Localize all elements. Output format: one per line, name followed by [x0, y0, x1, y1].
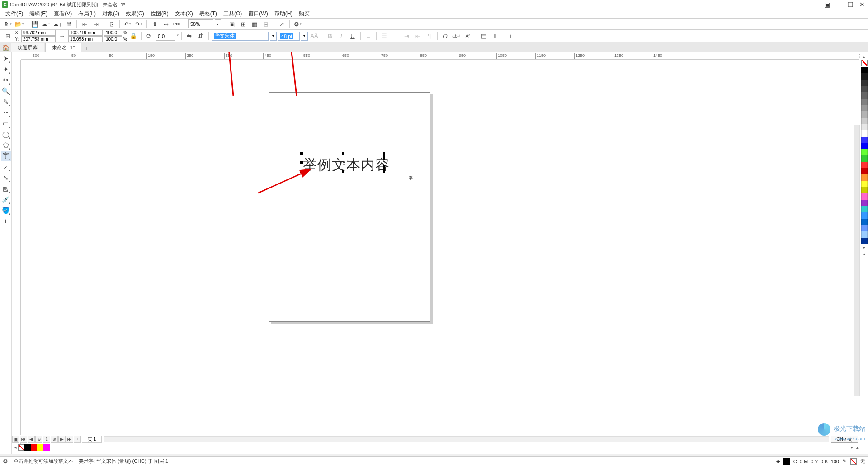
settings-icon[interactable]: ⚙ [3, 458, 8, 465]
shape-tool[interactable]: ✦ [1, 64, 11, 74]
grid-button[interactable]: ▦ [250, 19, 259, 29]
zoom-tool[interactable]: 🔍 [1, 86, 11, 96]
text-direction-button[interactable]: ab↵ [452, 31, 462, 41]
menu-e[interactable]: 编辑(E) [27, 9, 50, 19]
maximize-icon[interactable]: ❐ [846, 1, 854, 8]
menu-t[interactable]: 表格(T) [197, 9, 220, 19]
menu-o[interactable]: 工具(O) [221, 9, 245, 19]
menu-f[interactable]: 文件(F) [3, 9, 26, 19]
menu-x[interactable]: 文本(X) [172, 9, 196, 19]
page-expand-button[interactable]: ▣ [12, 436, 19, 443]
font-size-dropdown[interactable]: ▾ [301, 32, 308, 41]
italic-o-button[interactable]: O [440, 31, 450, 41]
font-size-combo[interactable]: 48 pt [278, 32, 300, 41]
scale-y-input[interactable] [104, 36, 122, 42]
color-swatch[interactable] [861, 155, 868, 162]
doc-color-swatch[interactable] [43, 444, 50, 451]
color-swatch[interactable] [861, 206, 868, 212]
prev-page-button[interactable]: ◀ [28, 436, 35, 443]
zoom-dropdown[interactable]: ▾ [215, 19, 221, 28]
outline-color-chip[interactable] [850, 458, 857, 465]
doc-palette-right-button[interactable]: ▸ [849, 444, 854, 451]
options-button[interactable]: ⚙ [292, 19, 302, 29]
fullscreen-button[interactable]: ▣ [227, 19, 237, 29]
snap-button[interactable]: ⊞ [238, 19, 248, 29]
cloud-up-button[interactable]: ☁↑ [41, 19, 51, 29]
color-swatch[interactable] [861, 99, 868, 105]
doc-color-swatch[interactable] [24, 444, 31, 451]
palette-down-button[interactable]: ▾ [861, 245, 868, 250]
color-swatch[interactable] [861, 67, 868, 73]
dimension-tool[interactable]: ⟋ [1, 162, 11, 172]
text-align-button[interactable]: ≡ [363, 31, 373, 41]
artistic-text-object[interactable]: 举例文本内容 [303, 155, 390, 174]
y-input[interactable] [21, 36, 56, 42]
copy-button[interactable]: ⎘ [107, 19, 117, 29]
variable-font-button[interactable]: AÂ [309, 31, 319, 41]
notify-icon[interactable]: ▣ [823, 1, 831, 8]
color-swatch[interactable] [861, 174, 868, 181]
selection-handle[interactable] [300, 170, 303, 173]
freehand-tool[interactable]: ✎ [1, 97, 11, 107]
fill-tool[interactable]: 🪣 [1, 205, 11, 215]
selection-handle[interactable] [342, 152, 344, 155]
color-swatch[interactable] [861, 143, 868, 149]
fill-color-chip[interactable] [783, 458, 790, 465]
color-swatch[interactable] [861, 130, 868, 137]
color-swatch[interactable] [861, 238, 868, 244]
italic-button[interactable]: I [336, 31, 346, 41]
minimize-icon[interactable]: — [835, 1, 843, 8]
doc-palette-expand-button[interactable]: ▴ [854, 444, 860, 451]
menu-h[interactable]: 帮助(H) [272, 9, 296, 19]
tab-welcome[interactable]: 欢迎屏幕 [11, 43, 44, 52]
text-tool[interactable]: 字 [1, 151, 11, 161]
doc-no-fill-swatch[interactable] [18, 444, 24, 451]
color-swatch[interactable] [861, 193, 868, 200]
export-button[interactable]: ⇥ [91, 19, 101, 29]
height-input[interactable] [68, 36, 103, 42]
horizontal-scrollbar[interactable] [104, 436, 829, 442]
text-case-button[interactable]: Aª [463, 31, 473, 41]
color-swatch[interactable] [861, 92, 868, 99]
selection-handle[interactable] [383, 165, 385, 173]
number-list-button[interactable]: ≣ [391, 31, 401, 41]
underline-button[interactable]: U [348, 31, 358, 41]
selection-handle[interactable] [300, 152, 303, 155]
color-swatch[interactable] [861, 124, 868, 130]
last-page-button[interactable]: ⏭ [66, 436, 73, 443]
artistic-media-tool[interactable]: 〰 [1, 108, 11, 118]
color-swatch[interactable] [861, 86, 868, 92]
doc-palette-left-button[interactable]: ◂ [13, 444, 18, 451]
viewport[interactable]: 举例文本内容 × 字 [21, 60, 859, 445]
rectangle-tool[interactable]: ▭ [1, 118, 11, 128]
eyedropper-tool[interactable]: 💉 [1, 194, 11, 204]
mirror-v-button[interactable]: ⇵ [196, 31, 206, 41]
menu-l[interactable]: 布局(L) [75, 9, 99, 19]
color-swatch[interactable] [861, 137, 868, 143]
tab-document[interactable]: 未命名 -1* [45, 43, 81, 52]
guides-button[interactable]: ⊟ [261, 19, 271, 29]
open-button[interactable]: 📂 [14, 19, 24, 29]
color-swatch[interactable] [861, 162, 868, 168]
doc-color-swatch[interactable] [31, 444, 37, 451]
align-vert-button[interactable]: ⇕ [150, 19, 160, 29]
selection-handle[interactable] [383, 152, 385, 160]
text-frame-button[interactable]: ▤ [479, 31, 489, 41]
page[interactable] [269, 92, 430, 322]
menu-w[interactable]: 窗口(W) [245, 9, 270, 19]
menu-c[interactable]: 效果(C) [123, 9, 147, 19]
width-input[interactable] [68, 30, 103, 36]
color-swatch[interactable] [861, 187, 868, 193]
menu-[interactable]: 购买 [296, 9, 312, 19]
selection-handle[interactable] [300, 161, 303, 164]
add-page-after-button[interactable]: ⊕ [51, 436, 58, 443]
color-swatch[interactable] [861, 118, 868, 124]
palette-expand-button[interactable]: ◂ [861, 251, 868, 257]
color-swatch[interactable] [861, 212, 868, 219]
add-tool[interactable]: + [1, 216, 11, 226]
bold-button[interactable]: B [325, 31, 335, 41]
undo-button[interactable]: ↶ [123, 19, 132, 29]
vertical-scrollbar[interactable] [854, 125, 860, 396]
home-icon[interactable]: 🏠 [1, 43, 11, 52]
color-swatch[interactable] [861, 231, 868, 238]
